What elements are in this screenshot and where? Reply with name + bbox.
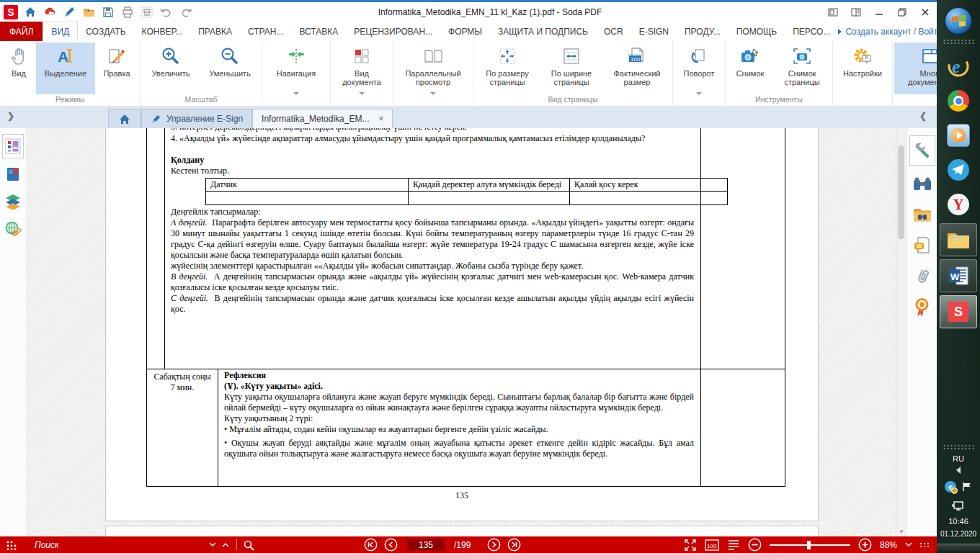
menu-products[interactable]: ПРОДУ...: [677, 22, 729, 41]
tab-informatika-document[interactable]: Informatika_Metodika_EM...×: [252, 109, 393, 128]
account-link[interactable]: Создать аккаунт / Войти: [838, 22, 953, 41]
pen-icon[interactable]: [62, 5, 76, 19]
menu-insert[interactable]: ВСТАВКА: [291, 22, 346, 41]
previous-page-button[interactable]: [384, 538, 398, 552]
open-folder-icon[interactable]: [81, 5, 96, 19]
search-next-icon[interactable]: [222, 542, 229, 547]
select-button[interactable]: AВыделение: [36, 42, 95, 94]
search-bar[interactable]: Поиск: [0, 536, 256, 553]
menu-ocr[interactable]: OCR: [596, 22, 631, 41]
snap-view-icon[interactable]: [827, 6, 839, 18]
minimize-button[interactable]: [873, 6, 885, 18]
search-panel-button[interactable]: [910, 171, 935, 197]
menu-help[interactable]: ПОМОЩЬ: [729, 22, 785, 41]
yandex-browser-icon[interactable]: Y: [944, 190, 973, 219]
telegram-icon[interactable]: [944, 156, 973, 184]
tab-esign-management[interactable]: Управление E-Sign: [141, 109, 252, 128]
menu-pages[interactable]: СТРАН...: [240, 22, 291, 41]
close-button[interactable]: [919, 6, 931, 18]
signatures-panel-button[interactable]: [910, 295, 935, 320]
right-panel-collapse-icon[interactable]: ❮: [919, 111, 927, 121]
group-dropdown-docview[interactable]: [331, 94, 393, 106]
search-icon[interactable]: [243, 539, 256, 551]
menu-secure[interactable]: ЗАЩИТА И ПОДПИСЬ: [490, 22, 596, 41]
fit-width-button[interactable]: По ширине страницы: [540, 42, 603, 94]
menu-convert[interactable]: КОНВЕР...: [134, 22, 191, 41]
first-page-button[interactable]: [364, 538, 378, 552]
settings-button[interactable]: Настройки: [834, 42, 891, 94]
page-snapshot-button[interactable]: Снимок страницы: [773, 42, 831, 94]
start-button[interactable]: [945, 7, 972, 35]
vertical-scrollbar[interactable]: ▼: [896, 128, 906, 536]
zoom-out-button[interactable]: Уменьшить: [200, 42, 260, 94]
fullscreen-icon[interactable]: [684, 539, 697, 552]
fit-page-button[interactable]: По размеру страницы: [475, 42, 540, 94]
layers-panel-button[interactable]: [3, 190, 23, 213]
antivirus-tray-icon[interactable]: e: [945, 481, 956, 493]
bookmarks-panel-button[interactable]: [3, 163, 23, 186]
print-icon[interactable]: [120, 5, 135, 19]
show-desktop-button[interactable]: [937, 544, 980, 553]
document-canvas[interactable]: 3. интернет дереккөздеріндегі ақпараттар…: [26, 128, 896, 536]
zoom-slider-handle[interactable]: [807, 541, 811, 549]
pages-grid-icon[interactable]: [6, 540, 17, 550]
undo-icon[interactable]: [159, 5, 174, 19]
cloud-sync-icon[interactable]: [43, 5, 57, 19]
action-center-flag-icon[interactable]: [962, 482, 972, 492]
language-indicator[interactable]: RU: [953, 454, 964, 463]
menu-esign[interactable]: E-SIGN: [631, 22, 677, 41]
menu-forms[interactable]: ФОРМЫ: [440, 22, 490, 41]
show-hidden-icons[interactable]: [956, 467, 961, 474]
edit-button[interactable]: Правка: [95, 42, 138, 94]
network-tray-icon[interactable]: [952, 500, 965, 511]
current-page-input[interactable]: 135: [407, 539, 445, 551]
scrollbar-thumb[interactable]: [898, 145, 904, 239]
actual-size-status-icon[interactable]: 100: [705, 539, 719, 551]
tab-home[interactable]: [108, 109, 141, 128]
redo-icon[interactable]: [179, 5, 193, 19]
attachments-panel-button[interactable]: [910, 264, 935, 289]
word-taskbar-button[interactable]: W: [940, 259, 977, 292]
soda-pdf-logo-icon[interactable]: S: [4, 5, 18, 19]
tab-close-icon[interactable]: ×: [378, 114, 383, 124]
tools-panel-button[interactable]: [909, 135, 935, 166]
clock[interactable]: 10:46 01.12.2020: [940, 515, 976, 539]
search-prev-icon[interactable]: [209, 542, 216, 547]
weblinks-panel-button[interactable]: [3, 217, 23, 240]
zoom-slider[interactable]: [770, 540, 850, 550]
next-page-button[interactable]: [487, 538, 501, 552]
reading-mode-icon[interactable]: [850, 6, 862, 18]
zoom-percent[interactable]: 88%: [880, 540, 897, 550]
sidebar-expand-icon[interactable]: ❯: [7, 111, 14, 121]
thumbnails-panel-button[interactable]: [2, 134, 24, 158]
group-dropdown-navigation[interactable]: [262, 94, 330, 106]
zoom-out-status-button[interactable]: [748, 538, 762, 552]
zoom-menu-icon[interactable]: [905, 542, 912, 547]
search-files-panel-button[interactable]: [910, 202, 935, 228]
media-player-icon[interactable]: [944, 121, 973, 150]
last-page-button[interactable]: [507, 538, 521, 552]
zoom-in-button[interactable]: Увеличить: [142, 42, 200, 94]
scroll-down-icon[interactable]: ▼: [899, 529, 904, 535]
fit-width-status-icon[interactable]: [727, 539, 740, 551]
menu-create[interactable]: СОЗДАТЬ: [78, 22, 133, 41]
document-view-button[interactable]: Вид документа: [332, 42, 391, 94]
resize-grip[interactable]: [920, 543, 930, 547]
internet-explorer-icon[interactable]: e: [944, 52, 973, 81]
group-dropdown-parallel[interactable]: [393, 94, 473, 106]
view-hand-button[interactable]: Вид: [1, 42, 36, 94]
chrome-icon[interactable]: [944, 86, 973, 115]
save-icon[interactable]: [101, 5, 115, 19]
zoom-in-status-button[interactable]: [858, 538, 872, 552]
menu-file[interactable]: ФАЙЛ: [0, 22, 43, 41]
menu-vid[interactable]: ВИД: [43, 22, 78, 41]
menu-edit[interactable]: ПРАВКА: [190, 22, 240, 41]
file-explorer-taskbar-button[interactable]: [940, 223, 977, 256]
navigation-button[interactable]: Навигация: [264, 42, 329, 94]
rotate-button[interactable]: Поворот: [674, 42, 723, 94]
actual-size-button[interactable]: 100Фактический размер: [603, 42, 671, 94]
menu-review[interactable]: РЕЦЕНЗИРОВАН...: [346, 22, 440, 41]
print-preview-icon[interactable]: [140, 5, 154, 19]
group-dropdown-rotate[interactable]: [673, 94, 725, 106]
home-icon[interactable]: [23, 5, 37, 19]
